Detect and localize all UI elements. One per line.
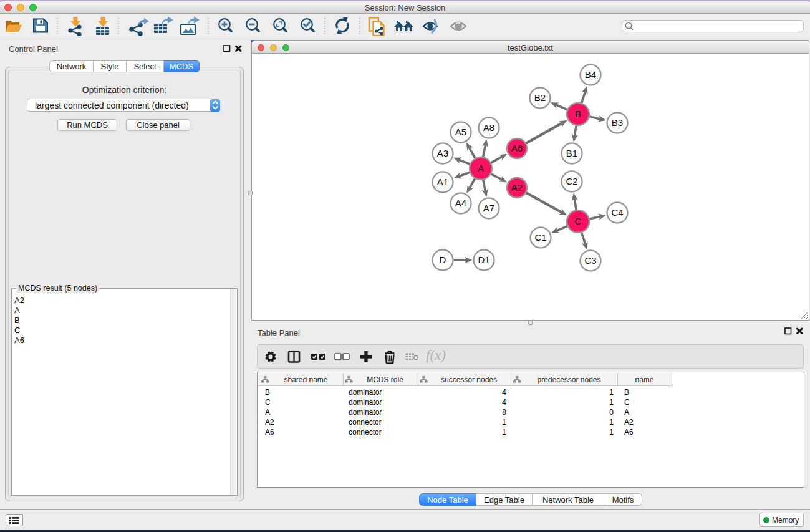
svg-text:A7: A7	[483, 203, 494, 213]
svg-text:C3: C3	[584, 255, 596, 266]
svg-text:C2: C2	[566, 176, 577, 186]
svg-text:B3: B3	[612, 117, 623, 128]
svg-text:C: C	[575, 216, 582, 226]
svg-text:A4: A4	[455, 198, 466, 208]
svg-text:B2: B2	[534, 92, 546, 103]
svg-text:A5: A5	[455, 127, 466, 137]
svg-text:A1: A1	[437, 177, 448, 187]
svg-text:A6: A6	[511, 143, 523, 153]
svg-text:C1: C1	[534, 232, 546, 243]
svg-text:A3: A3	[437, 148, 448, 158]
svg-text:A8: A8	[483, 122, 494, 133]
svg-text:A2: A2	[511, 182, 523, 193]
svg-text:C4: C4	[611, 207, 623, 218]
svg-text:A: A	[478, 163, 484, 173]
svg-text:B1: B1	[566, 148, 577, 158]
svg-text:D1: D1	[478, 254, 489, 265]
svg-text:B: B	[575, 109, 581, 119]
svg-text:B4: B4	[585, 69, 596, 80]
svg-text:D: D	[440, 254, 446, 265]
